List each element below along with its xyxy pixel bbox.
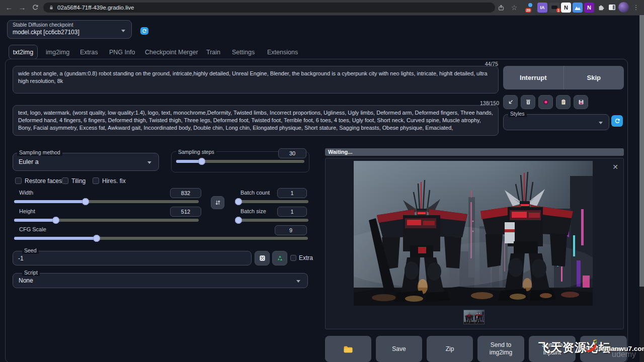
extension-notion-icon[interactable]: N [561, 3, 571, 13]
save-button[interactable]: Save [376, 336, 422, 362]
profile-avatar[interactable] [618, 2, 629, 13]
tab-png-info[interactable]: PNG Info [109, 48, 135, 56]
width-slider[interactable] [14, 198, 199, 205]
dice-icon [259, 254, 266, 262]
negative-prompt-input[interactable]: text, logo, watermark, (worst quality, l… [13, 105, 499, 136]
address-bar[interactable]: 02a56ff4-71ff-439e.gradio.live [43, 3, 495, 13]
script-value: None [19, 277, 33, 284]
generated-image-svg [354, 161, 593, 306]
seed-value: -1 [18, 255, 24, 262]
hires-fix-label: Hires. fix [102, 177, 126, 185]
gallery-thumbnail[interactable] [463, 310, 485, 324]
extra-seed-label: Extra [299, 254, 313, 261]
tiling-label: Tiling [71, 177, 86, 185]
extension-ia-icon[interactable]: IA [537, 3, 547, 13]
clipboard-icon [560, 99, 567, 106]
tab-extensions[interactable]: Extensions [267, 48, 298, 56]
batch-count-value[interactable]: 1 [277, 188, 307, 198]
tab-train[interactable]: Train [206, 48, 220, 56]
restore-faces-checkbox[interactable] [15, 177, 22, 184]
tab-checkpoint-merger[interactable]: Checkpoint Merger [145, 48, 198, 56]
sampling-steps-value[interactable]: 30 [278, 148, 306, 158]
batch-size-label: Batch size [240, 208, 266, 214]
close-gallery-icon[interactable]: ✕ [612, 163, 618, 170]
bookmark-star-icon[interactable]: ☆ [509, 3, 519, 13]
reuse-seed-button[interactable] [272, 251, 287, 265]
url-text: 02a56ff4-71ff-439e.gradio.live [57, 3, 134, 13]
folder-icon [343, 345, 353, 353]
apply-styles-button[interactable] [556, 95, 571, 109]
generated-image[interactable] [354, 161, 593, 306]
chevron-down-icon [296, 280, 300, 283]
sampling-method-label: Sampling method [17, 149, 62, 156]
styles-label: Styles [508, 111, 527, 117]
height-slider[interactable] [14, 217, 199, 224]
lock-icon [48, 4, 54, 14]
share-icon[interactable] [496, 3, 506, 13]
extension-camera-icon[interactable]: 1 [549, 3, 559, 13]
restore-faces-label: Restore faces [25, 177, 62, 185]
seed-input[interactable]: -1 [13, 251, 252, 265]
skip-button[interactable]: Skip [564, 66, 624, 89]
batch-count-slider[interactable] [235, 198, 308, 205]
extension-blue-icon[interactable]: 20 [525, 3, 535, 13]
width-label: Width [19, 190, 33, 196]
hires-fix-checkbox[interactable] [93, 177, 99, 184]
width-value[interactable]: 832 [170, 188, 201, 198]
prompt-input[interactable]: wide shot angle, a (gundam:0.8) robot st… [13, 66, 499, 94]
clear-prompt-button[interactable] [521, 95, 535, 109]
side-panel-icon[interactable] [607, 3, 617, 13]
floppy-disk-icon [578, 99, 585, 106]
tab-txt2img[interactable]: txt2img [9, 45, 38, 59]
sampling-method-value: Euler a [19, 158, 39, 165]
extra-seed-checkbox[interactable] [290, 255, 296, 261]
random-seed-button[interactable] [255, 251, 270, 265]
extension-onenote-icon[interactable]: N [584, 3, 594, 13]
progress-status-text: Waiting... [328, 149, 352, 155]
swap-dimensions-button[interactable] [211, 196, 224, 209]
browser-forward-icon[interactable]: → [17, 3, 27, 13]
progress-bar: Waiting... [325, 148, 624, 156]
chevron-down-icon [121, 30, 125, 32]
script-dropdown[interactable]: None [13, 273, 308, 288]
browser-toolbar: ← → 02a56ff4-71ff-439e.gradio.live ☆ 20 … [0, 0, 644, 16]
recycle-icon [276, 254, 284, 262]
open-folder-button[interactable] [325, 336, 371, 362]
send-to-img2img-button[interactable]: Send to img2img [477, 336, 524, 362]
checkpoint-label: Stable Diffusion checkpoint [13, 22, 73, 28]
height-label: Height [19, 208, 35, 214]
show-extra-networks-button[interactable] [538, 95, 553, 109]
tab-img2img[interactable]: img2img [46, 48, 69, 56]
browser-reload-icon[interactable] [30, 3, 40, 13]
checkpoint-refresh-button[interactable] [140, 27, 148, 35]
chevron-down-icon [147, 161, 151, 164]
batch-size-value[interactable]: 1 [277, 207, 307, 217]
extension-photos-icon[interactable] [573, 3, 583, 13]
checkpoint-dropdown[interactable]: Stable Diffusion checkpoint model.ckpt [… [7, 20, 132, 39]
paste-generation-params-button[interactable] [503, 95, 518, 109]
arrow-down-left-icon [507, 99, 514, 106]
page-scrollbar-thumb[interactable] [639, 15, 644, 287]
browser-menu-icon[interactable]: ⋮ [631, 3, 641, 13]
checkpoint-value: model.ckpt [cc6cb27103] [13, 29, 79, 36]
trash-icon [525, 99, 532, 106]
tiling-checkbox[interactable] [62, 177, 68, 184]
seed-label: Seed [22, 247, 39, 254]
sampling-steps-slider[interactable] [176, 158, 304, 165]
cfg-scale-slider[interactable] [14, 235, 308, 242]
browser-back-icon[interactable]: ← [4, 3, 14, 13]
extensions-puzzle-icon[interactable] [596, 3, 606, 13]
zip-button[interactable]: Zip [427, 336, 473, 362]
chili-pepper-icon [582, 338, 599, 355]
watermark-site: feitianwu7.com [599, 345, 644, 352]
chevron-down-icon [599, 122, 603, 124]
pink-dot-icon [542, 99, 549, 106]
save-style-button[interactable] [574, 95, 588, 109]
tab-settings[interactable]: Settings [232, 48, 255, 56]
styles-refresh-button[interactable] [611, 115, 623, 127]
interrupt-button[interactable]: Interrupt [503, 66, 564, 89]
tab-extras[interactable]: Extras [80, 48, 98, 56]
cfg-scale-value[interactable]: 9 [275, 225, 307, 235]
height-value[interactable]: 512 [170, 207, 201, 217]
batch-size-slider[interactable] [235, 217, 308, 224]
